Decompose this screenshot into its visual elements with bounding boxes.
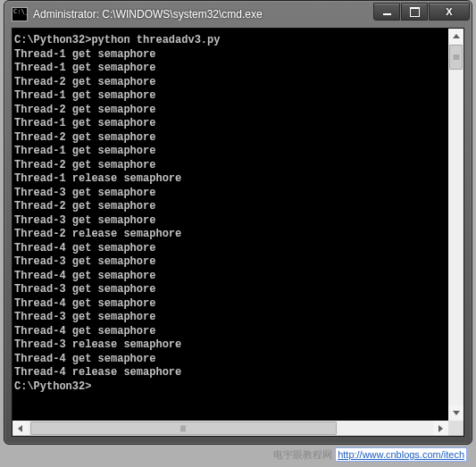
console-line: C:\Python32>python threadadv3.py: [14, 34, 447, 48]
console-line: Thread-4 get semaphore: [14, 297, 447, 312]
vertical-scrollbar[interactable]: [448, 29, 463, 421]
console-line: Thread-4 get semaphore: [14, 325, 447, 339]
console-line: Thread-3 release semaphore: [14, 338, 447, 353]
close-button[interactable]: X: [429, 3, 470, 21]
scroll-up-button[interactable]: [448, 29, 463, 44]
console-line: Thread-2 get semaphore: [14, 104, 447, 118]
console-line: Thread-1 get semaphore: [14, 145, 447, 159]
console-line: Thread-4 get semaphore: [14, 353, 447, 367]
console-line: Thread-2 get semaphore: [14, 131, 447, 146]
scroll-right-button[interactable]: [433, 421, 448, 436]
console-line: Thread-3 get semaphore: [14, 311, 447, 325]
watermark: 电宇眼教程网 http://www.cnblogs.com/itech: [273, 448, 467, 462]
vertical-scroll-thumb[interactable]: [449, 45, 463, 70]
console-line: Thread-1 get semaphore: [14, 117, 447, 131]
console-line: Thread-2 release semaphore: [14, 228, 447, 242]
title-bar[interactable]: Administrator: C:\WINDOWS\system32\cmd.e…: [4, 1, 472, 28]
console-line: Thread-1 get semaphore: [14, 89, 447, 104]
horizontal-scrollbar[interactable]: [13, 421, 448, 436]
console-line: Thread-4 release semaphore: [14, 366, 447, 380]
console-line: Thread-1 get semaphore: [14, 48, 447, 63]
window-frame: Administrator: C:\WINDOWS\system32\cmd.e…: [4, 0, 472, 445]
console-line: Thread-1 get semaphore: [14, 62, 447, 76]
window-title: Administrator: C:\WINDOWS\system32\cmd.e…: [33, 8, 366, 21]
console-line: Thread-1 release semaphore: [14, 172, 447, 187]
minimize-button[interactable]: [373, 3, 400, 21]
console-line: Thread-4 get semaphore: [14, 270, 447, 284]
console-line: Thread-2 get semaphore: [14, 200, 447, 214]
window-controls: X: [373, 3, 470, 21]
console-line: Thread-3 get semaphore: [14, 283, 447, 297]
console-line: Thread-3 get semaphore: [14, 214, 447, 229]
console-output[interactable]: C:\Python32>python threadadv3.pyThread-1…: [13, 29, 448, 421]
horizontal-scroll-thumb[interactable]: [30, 421, 338, 435]
scroll-down-button[interactable]: [448, 405, 463, 421]
cmd-icon: [12, 7, 28, 21]
console-area: C:\Python32>python threadadv3.pyThread-1…: [12, 28, 464, 437]
console-line: Thread-3 get semaphore: [14, 255, 447, 270]
console-line: C:\Python32>: [14, 380, 447, 395]
console-line: Thread-3 get semaphore: [14, 187, 447, 201]
scrollbar-corner: [448, 421, 463, 436]
console-line: Thread-2 get semaphore: [14, 76, 447, 90]
console-line: Thread-4 get semaphore: [14, 242, 447, 256]
watermark-link[interactable]: http://www.cnblogs.com/itech: [335, 447, 467, 462]
console-line: Thread-2 get semaphore: [14, 159, 447, 173]
maximize-button[interactable]: [401, 3, 428, 21]
watermark-prefix: 电宇眼教程网: [273, 449, 332, 460]
scroll-left-button[interactable]: [13, 421, 28, 436]
